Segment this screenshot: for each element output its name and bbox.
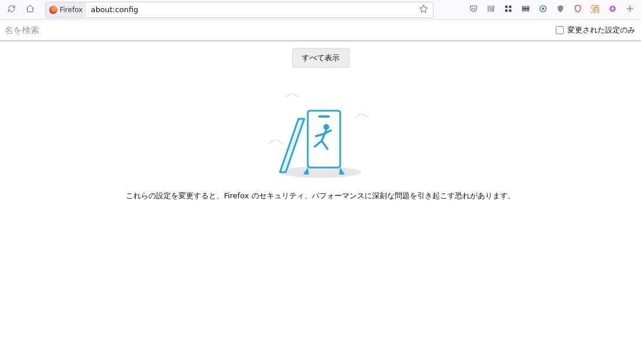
svg-rect-1 (509, 6, 511, 8)
url-bar[interactable]: Firefox about:config (45, 2, 434, 18)
extension-translate-button[interactable]: 酒 (588, 2, 603, 17)
flower-icon (625, 4, 635, 15)
extension-misc-button[interactable] (622, 2, 638, 17)
only-modified-label: 変更された設定のみ (567, 25, 635, 35)
only-modified-checkbox[interactable]: 変更された設定のみ (550, 25, 641, 35)
identity-box[interactable]: Firefox (46, 2, 86, 17)
toolbar-extensions: 酒 (466, 2, 638, 17)
home-button[interactable] (22, 2, 38, 18)
about-config-main: すべて表示 (0, 41, 641, 201)
grid6-icon (521, 4, 530, 15)
show-all-button[interactable]: すべて表示 (292, 48, 349, 68)
svg-rect-14 (318, 115, 330, 118)
asterisk-icon (608, 4, 617, 15)
bookmark-star-button[interactable] (418, 4, 429, 16)
library-button[interactable] (483, 2, 498, 17)
svg-point-5 (542, 8, 544, 10)
pocket-button[interactable] (466, 2, 481, 17)
extension-green-button[interactable] (536, 2, 551, 17)
svg-point-7 (629, 8, 631, 10)
browser-toolbar: Firefox about:config (0, 0, 641, 20)
caution-illustration (263, 85, 378, 184)
svg-point-11 (627, 8, 628, 9)
url-text[interactable]: about:config (89, 5, 416, 14)
prefs-search-input[interactable] (0, 20, 550, 40)
circle-c-icon (538, 4, 548, 15)
grid4-icon (504, 4, 513, 15)
reload-icon (7, 4, 16, 15)
identity-label: Firefox (60, 6, 83, 14)
firefox-logo-icon (49, 6, 57, 14)
library-icon (486, 4, 496, 15)
config-warning-text: これらの設定を変更すると、Firefox のセキュリティ、パフォーマンスに深刻な… (0, 191, 641, 201)
svg-rect-0 (505, 6, 508, 8)
only-modified-checkbox-input[interactable] (556, 26, 564, 34)
home-icon (26, 4, 35, 15)
shield-outline-icon (573, 4, 582, 15)
svg-point-10 (629, 10, 631, 12)
translate-icon: 酒 (591, 3, 600, 16)
svg-rect-3 (509, 9, 511, 12)
star-icon (419, 4, 428, 15)
pocket-icon (469, 4, 478, 15)
prefs-search-row: 変更された設定のみ (0, 20, 641, 41)
svg-rect-2 (505, 9, 508, 12)
extension-purple-button[interactable] (605, 2, 620, 17)
extension-grid-button[interactable] (501, 2, 516, 17)
extension-gridwide-button[interactable] (518, 2, 533, 17)
reload-button[interactable] (3, 2, 20, 18)
svg-point-9 (631, 8, 633, 9)
extension-adblock-button[interactable] (553, 2, 568, 17)
svg-rect-13 (308, 111, 340, 168)
svg-point-8 (629, 5, 631, 7)
shield-gray-icon (556, 4, 565, 15)
extension-brave-button[interactable] (570, 2, 585, 17)
